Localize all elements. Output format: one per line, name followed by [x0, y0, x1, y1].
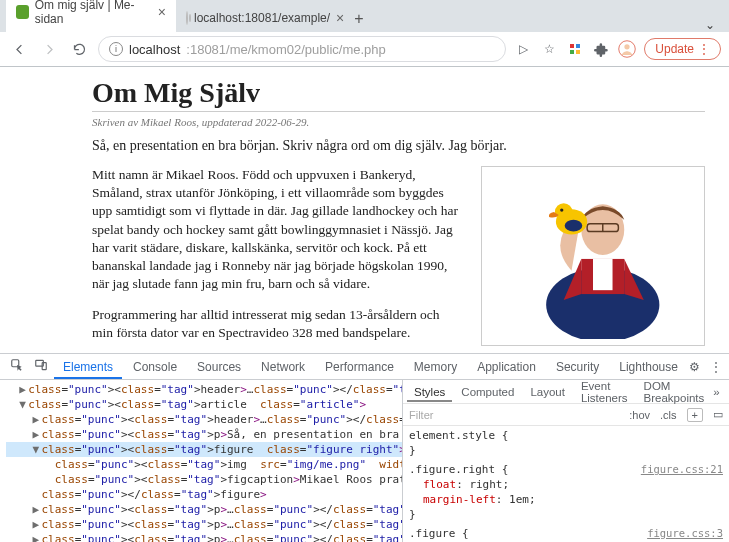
hov-toggle[interactable]: :hov — [629, 409, 650, 421]
paragraph: Programmering har alltid intresserat mig… — [92, 306, 463, 342]
new-tab-button[interactable]: + — [346, 6, 372, 32]
svg-rect-3 — [576, 50, 580, 54]
extensions-icon[interactable] — [592, 40, 610, 58]
devtools-tab-performance[interactable]: Performance — [316, 355, 403, 379]
more-tabs-icon[interactable]: » — [713, 386, 725, 398]
browser-chrome: Om mig själv | Me-sidan × localhost:1808… — [0, 0, 729, 67]
browser-tab[interactable]: localhost:18081/example/ × — [176, 4, 346, 32]
site-info-icon[interactable]: i — [109, 42, 123, 56]
dom-tree[interactable]: ▶class="punc"><class="tag">header>…class… — [0, 380, 402, 542]
article-body: Mitt namn är Mikael Roos. Född och uppvu… — [92, 166, 463, 353]
paragraph: Mitt namn är Mikael Roos. Född och uppvu… — [92, 166, 463, 294]
favicon-icon — [16, 5, 29, 19]
person-holding-duck-icon — [488, 173, 698, 339]
address-bar[interactable]: i localhost:18081/me/kmom02/public/me.ph… — [98, 36, 506, 62]
new-rule-button[interactable]: + — [687, 408, 703, 422]
update-button[interactable]: Update ⋮ — [644, 38, 721, 60]
profile-icon[interactable] — [618, 40, 636, 58]
kebab-icon: ⋮ — [698, 42, 710, 56]
devtools-tab-console[interactable]: Console — [124, 355, 186, 379]
devtools-tab-strip: Elements Console Sources Network Perform… — [0, 354, 729, 380]
styles-tab-layout[interactable]: Layout — [523, 382, 572, 402]
svg-rect-2 — [570, 50, 574, 54]
inspect-icon[interactable] — [6, 353, 28, 380]
devtools-tab-sources[interactable]: Sources — [188, 355, 250, 379]
figure-image — [481, 166, 705, 346]
device-toggle-icon[interactable] — [30, 353, 52, 380]
close-tab-icon[interactable]: × — [336, 10, 344, 26]
svg-rect-1 — [576, 44, 580, 48]
extension-icon[interactable] — [566, 40, 584, 58]
tab-title: Om mig själv | Me-sidan — [35, 0, 152, 26]
styles-panel: Styles Computed Layout Event Listeners D… — [402, 380, 729, 542]
gear-icon[interactable]: ⚙ — [689, 360, 700, 374]
browser-tab-active[interactable]: Om mig själv | Me-sidan × — [6, 0, 176, 32]
tab-strip: Om mig själv | Me-sidan × localhost:1808… — [0, 0, 729, 32]
devtools-tab-security[interactable]: Security — [547, 355, 608, 379]
back-button[interactable] — [8, 38, 30, 60]
cls-toggle[interactable]: .cls — [660, 409, 677, 421]
favicon-icon — [186, 11, 188, 25]
filter-input[interactable]: Filter — [409, 409, 619, 421]
page-title: Om Mig Själv — [92, 77, 705, 109]
devtools: Elements Console Sources Network Perform… — [0, 353, 729, 542]
styles-tab-styles[interactable]: Styles — [407, 382, 452, 402]
bookmark-icon[interactable]: ☆ — [540, 40, 558, 58]
devtools-tab-lighthouse[interactable]: Lighthouse — [610, 355, 687, 379]
divider — [92, 111, 705, 112]
reload-button[interactable] — [68, 38, 90, 60]
svg-rect-9 — [593, 259, 613, 290]
styles-tab-computed[interactable]: Computed — [454, 382, 521, 402]
devtools-tab-memory[interactable]: Memory — [405, 355, 466, 379]
url-host: localhost — [129, 42, 180, 57]
url-path: :18081/me/kmom02/public/me.php — [186, 42, 385, 57]
svg-rect-0 — [570, 44, 574, 48]
window-controls: ⌄ — [705, 18, 723, 32]
chevron-down-icon[interactable]: ⌄ — [705, 18, 715, 32]
tab-title: localhost:18081/example/ — [194, 11, 330, 25]
devtools-tab-application[interactable]: Application — [468, 355, 545, 379]
forward-button[interactable] — [38, 38, 60, 60]
page-content: Om Mig Själv Skriven av Mikael Roos, upp… — [0, 67, 729, 353]
toolbar: i localhost:18081/me/kmom02/public/me.ph… — [0, 32, 729, 66]
panel-menu-icon[interactable]: ▭ — [713, 408, 723, 421]
byline: Skriven av Mikael Roos, uppdaterad 2022-… — [92, 116, 705, 128]
elements-panel: ▶class="punc"><class="tag">header>…class… — [0, 380, 402, 542]
styles-rules[interactable]: element.style {}.figure.right {figure.cs… — [403, 426, 729, 542]
svg-point-16 — [565, 220, 583, 232]
svg-point-14 — [555, 203, 573, 221]
intro-paragraph: Så, en presentation en bra början. Skriv… — [92, 138, 705, 154]
svg-point-15 — [560, 208, 563, 211]
devtools-tab-elements[interactable]: Elements — [54, 355, 122, 379]
kebab-icon[interactable]: ⋮ — [710, 360, 722, 374]
svg-point-5 — [625, 44, 630, 49]
share-icon[interactable]: ▷ — [514, 40, 532, 58]
devtools-tab-network[interactable]: Network — [252, 355, 314, 379]
styles-tab-strip: Styles Computed Layout Event Listeners D… — [403, 380, 729, 404]
styles-filter-row: Filter :hov .cls + ▭ — [403, 404, 729, 426]
close-tab-icon[interactable]: × — [158, 4, 166, 20]
